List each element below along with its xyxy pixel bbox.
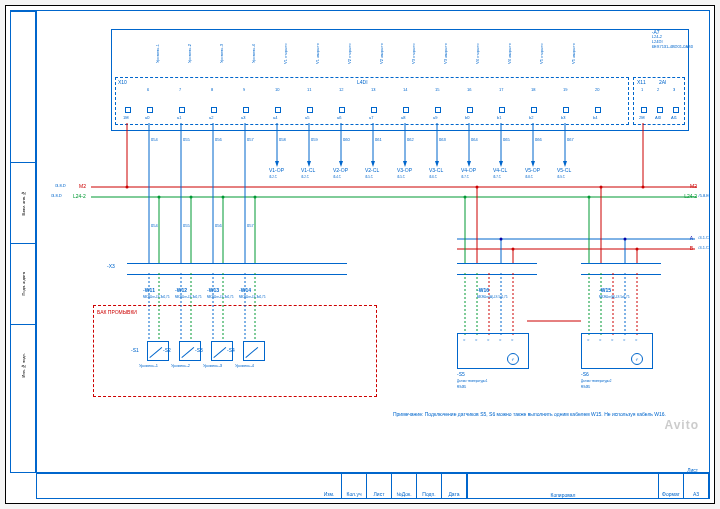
tb-ndoc: №Док. — [392, 474, 417, 498]
wire-number: 064 — [471, 137, 478, 142]
channel-label: Уровень-2 — [187, 37, 207, 71]
valve-tag: V5-CL/6.9.C — [557, 167, 571, 179]
pin-label: a8 — [401, 115, 405, 120]
pin-number: 7 — [179, 87, 181, 92]
channel-label: V2 закрыто — [379, 37, 399, 71]
watermark: Avito — [664, 418, 699, 432]
left-title-strip: Взам. инв.№ Подп. и дата Инв.№ подл. — [10, 10, 36, 473]
pin-label: a2 — [209, 115, 213, 120]
tb-list-label: Лист — [687, 467, 698, 473]
wire-number: 063 — [439, 137, 446, 142]
channel-label: V1 открыто — [283, 37, 303, 71]
valve-tag: V4-CL/6.7.C — [493, 167, 507, 179]
channel-label: V4 открыто — [475, 37, 495, 71]
x3-label: -X3 — [107, 263, 115, 269]
cable-label: -W16МКЭШнг(А)-LS 5х0,75 — [477, 287, 507, 299]
pin-number: 9 — [243, 87, 245, 92]
tb-format-l: Формат — [659, 474, 684, 498]
pin-number: 12 — [339, 87, 343, 92]
channel-label: Уровень-4 — [251, 37, 271, 71]
x11-title: 2AI — [659, 79, 667, 85]
bus-l24-left-ref: /3.8.D — [51, 193, 62, 198]
pin-number: 13 — [371, 87, 375, 92]
temp-sensor — [457, 333, 529, 369]
svg-point-5 — [126, 186, 129, 189]
switch-name: Уровень-4 — [235, 363, 254, 368]
bus-l24-right-ref: /5.8.E — [699, 193, 709, 198]
temp-icon: t° — [507, 353, 519, 365]
sensor-pin: ○ — [623, 337, 625, 342]
wire-number: 060 — [343, 137, 350, 142]
x10-title: L4DI — [357, 79, 368, 85]
x11-name: X11 — [637, 79, 646, 85]
drawing-sheet: Взам. инв.№ Подп. и дата Инв.№ подл. -A7… — [5, 5, 715, 504]
pin-label: a6 — [337, 115, 341, 120]
switch-ref: -S3 — [195, 347, 203, 353]
svg-point-26 — [254, 196, 257, 199]
svg-point-21 — [222, 196, 225, 199]
sensor-pin: ○ — [599, 337, 601, 342]
valve-tag: V3-CL/6.6.C — [429, 167, 443, 179]
wire-number: 056 — [215, 223, 222, 228]
note-text: Примечание: Подключение датчиков S5, S6 … — [393, 411, 666, 417]
pin-number: 1 — [641, 87, 643, 92]
pin-number: 20 — [595, 87, 599, 92]
tank-label: БАК ПРОМЫВКИ — [97, 309, 137, 315]
valve-tag: V1-CL/6.2.C — [301, 167, 315, 179]
pin-number: 3 — [673, 87, 675, 92]
switch-ref: -S4 — [227, 347, 235, 353]
channel-label: V5 открыто — [539, 37, 559, 71]
module-tag: -A7 L24-2 L24DI 6ES7131-4BD01-0AB0 — [652, 29, 693, 49]
pin-label: AI0 — [655, 115, 661, 120]
sensor-pin: ○ — [635, 337, 637, 342]
pin-label: a4 — [273, 115, 277, 120]
bus-l24-right: L24-2 — [684, 193, 697, 199]
terminal-x3-a — [127, 263, 347, 275]
sensor-pin: ○ — [475, 337, 477, 342]
pin-number: 15 — [435, 87, 439, 92]
channel-label: Уровень-1 — [155, 37, 175, 71]
tb-data: Дата — [442, 474, 467, 498]
pin-number: 16 — [467, 87, 471, 92]
pin-label: AI1 — [671, 115, 677, 120]
bus-m2-left: M2 — [79, 183, 86, 189]
svg-point-50 — [464, 196, 467, 199]
svg-point-64 — [588, 196, 591, 199]
x10-name: X10 — [118, 79, 127, 85]
pin-number: 11 — [307, 87, 311, 92]
wire-number: 055 — [183, 137, 190, 142]
wire-number: 065 — [503, 137, 510, 142]
bus-a: A — [690, 235, 693, 241]
switch-ref: -S1 — [131, 347, 139, 353]
pin-label: b4 — [593, 115, 597, 120]
valve-tag: V4-OP/6.7.C — [461, 167, 476, 179]
wire-number: 054 — [151, 223, 158, 228]
sensor-pin: ○ — [511, 337, 513, 342]
channel-label: V5 закрыто — [571, 37, 591, 71]
valve-tag: V5-OP/6.8.C — [525, 167, 540, 179]
svg-point-61 — [512, 248, 515, 251]
svg-point-72 — [624, 238, 627, 241]
pin-label: a1 — [177, 115, 181, 120]
channel-label: V1 закрыто — [315, 37, 335, 71]
pin-number: 2 — [657, 87, 659, 92]
tb-izm: Изм. — [317, 474, 342, 498]
bus-b-ref: /4.1.C — [698, 245, 709, 250]
sensor-pin: ○ — [587, 337, 589, 342]
tb-list: Лист — [367, 474, 392, 498]
sensor-pin: ○ — [499, 337, 501, 342]
wire-number: 061 — [375, 137, 382, 142]
svg-point-75 — [636, 248, 639, 251]
switch-name: Уровень-1 — [139, 363, 158, 368]
pin-label: 1M — [123, 115, 129, 120]
tb-kol: Кол.уч — [342, 474, 367, 498]
pin-label: b1 — [497, 115, 501, 120]
cable-label: -W11МКЭШнг-LS 3х0,75 — [143, 287, 169, 299]
cable-label: -W13МКЭШнг-LS 3х0,75 — [207, 287, 233, 299]
bus-m2-right: M2 — [690, 183, 697, 189]
pin-label: b0 — [465, 115, 469, 120]
pin-label: a5 — [305, 115, 309, 120]
pin-label: a7 — [369, 115, 373, 120]
bus-a-ref: /4.1.C — [698, 235, 709, 240]
pin-label: a9 — [433, 115, 437, 120]
